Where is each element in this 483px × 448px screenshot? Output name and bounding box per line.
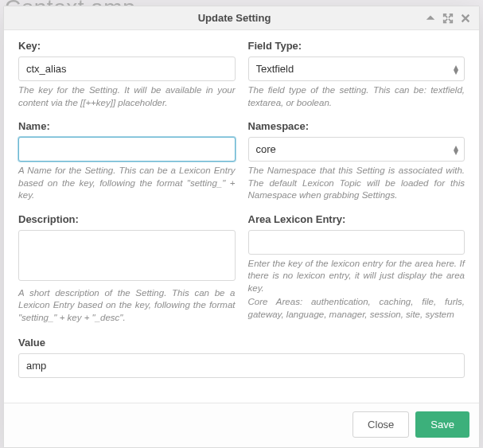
field-type-help: The field type of the setting. This can … — [248, 84, 465, 109]
value-input[interactable] — [18, 353, 465, 378]
namespace-label: Namespace: — [248, 120, 465, 132]
name-label: Name: — [18, 120, 236, 132]
description-help: A short description of the Setting. This… — [18, 287, 236, 325]
area-input[interactable] — [248, 230, 465, 255]
close-button[interactable]: Close — [353, 411, 409, 438]
area-label: Area Lexicon Entry: — [248, 213, 465, 225]
save-button[interactable]: Save — [415, 411, 469, 438]
namespace-select[interactable] — [248, 137, 465, 162]
modal-body: Key: The key for the Setting. It will be… — [4, 30, 479, 403]
name-input[interactable] — [18, 137, 236, 162]
update-setting-modal: Update Setting Key: The key for the Sett… — [3, 6, 480, 448]
area-help: Enter the key of the lexicon entry for t… — [248, 258, 465, 295]
modal-title: Update Setting — [44, 12, 425, 24]
name-help: A Name for the Setting. This can be a Le… — [18, 165, 236, 202]
field-type-label: Field Type: — [248, 40, 465, 52]
namespace-help: The Namespace that this Setting is assoc… — [248, 165, 465, 202]
expand-icon[interactable] — [442, 13, 454, 24]
modal-header: Update Setting — [4, 6, 479, 30]
value-label: Value — [18, 337, 465, 349]
description-label: Description: — [18, 213, 236, 225]
key-input[interactable] — [18, 56, 236, 81]
close-icon[interactable] — [460, 13, 471, 24]
collapse-icon[interactable] — [425, 13, 436, 24]
field-type-select[interactable] — [248, 56, 465, 81]
description-textarea[interactable] — [18, 230, 236, 281]
area-help-extra: Core Areas: authentication, caching, fil… — [248, 296, 465, 321]
key-label: Key: — [18, 40, 236, 52]
modal-footer: Close Save — [4, 403, 479, 447]
key-help: The key for the Setting. It will be avai… — [18, 84, 236, 109]
